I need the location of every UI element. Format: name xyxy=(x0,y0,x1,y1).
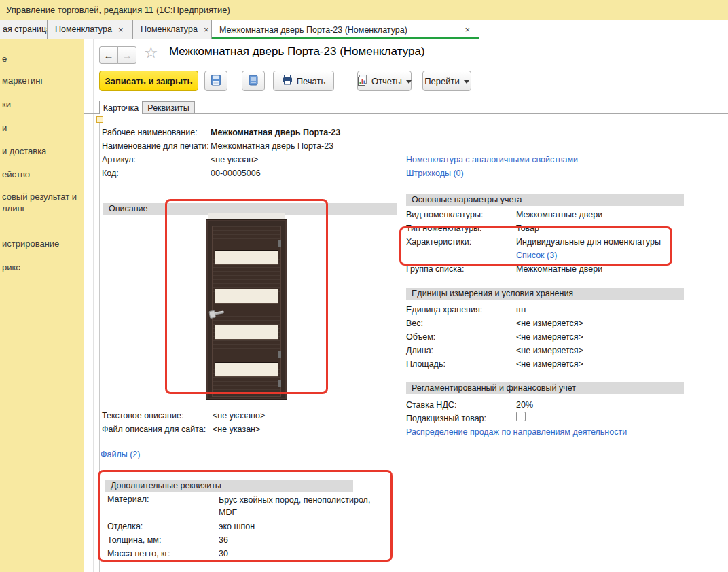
length-label: Длина: xyxy=(406,345,433,356)
favorite-star-icon[interactable]: ☆ xyxy=(144,43,158,62)
sidebar-item-administration[interactable]: истрирование xyxy=(2,238,59,249)
page-title: Межкомнатная дверь Порта-23 (Номенклатур… xyxy=(169,45,425,58)
finish-value: эко шпон xyxy=(219,521,255,532)
characteristics-label: Характеристики: xyxy=(406,236,471,247)
tab-label: Номенклатура xyxy=(141,24,198,34)
sidebar-item-bitrix[interactable]: рикс xyxy=(2,262,20,273)
length-value: <не измеряется> xyxy=(516,345,583,356)
door-hinge xyxy=(278,240,281,247)
thickness-label: Толщина, мм: xyxy=(107,535,161,546)
goto-label: Перейти xyxy=(424,76,460,86)
close-icon[interactable]: × xyxy=(204,25,209,34)
text-description-value: <не указано> xyxy=(213,410,265,421)
tab-card[interactable]: Карточка xyxy=(99,101,143,114)
form-panel-border-top xyxy=(99,120,728,120)
sidebar-nav: е маркетинг ки и и доставка ейство совый… xyxy=(0,39,84,572)
finish-label: Отделка: xyxy=(107,521,143,532)
goto-button[interactable]: Перейти xyxy=(422,71,471,91)
sidebar-divider xyxy=(93,39,94,572)
storage-unit-value: шт xyxy=(516,304,527,315)
print-label: Печать xyxy=(297,76,326,86)
section-header-additional: Дополнительные реквизиты xyxy=(105,480,353,492)
section-header-finance: Регламентированный и финансовый учет xyxy=(406,382,684,394)
vat-rate-value: 20% xyxy=(516,399,533,410)
save-close-button[interactable]: Записать и закрыть xyxy=(99,71,198,91)
show-in-list-button[interactable] xyxy=(242,71,265,91)
article-value: <не указан> xyxy=(211,154,258,165)
sales-distribution-link[interactable]: Распределение продаж по направлениям дея… xyxy=(406,427,627,437)
area-value: <не измеряется> xyxy=(516,359,583,370)
tab-nomenclature-1[interactable]: Номенклатура × xyxy=(48,20,133,39)
forward-arrow-icon: → xyxy=(122,50,132,61)
working-name-label: Рабочее наименование: xyxy=(102,127,198,138)
window-title: Управление торговлей, редакция 11 (1С:Пр… xyxy=(6,5,230,15)
door-glass-insert xyxy=(215,250,278,265)
section-header-units: Единицы измерения и условия хранения xyxy=(406,288,684,300)
tab-requisites-label: Реквизиты xyxy=(147,103,189,113)
characteristics-list-link[interactable]: Список (3) xyxy=(516,250,557,261)
storage-unit-label: Единица хранения: xyxy=(406,304,482,315)
barcodes-link[interactable]: Штрихкоды (0) xyxy=(406,168,464,179)
tab-nomenclature-2[interactable]: Номенклатура × xyxy=(133,20,212,39)
door-image xyxy=(206,219,287,400)
floppy-icon xyxy=(211,75,221,88)
weight-value: <не измеряется> xyxy=(516,318,583,329)
print-name-value: Межкомнатная дверь Порта-23 xyxy=(211,141,333,151)
sidebar-item-main[interactable]: е xyxy=(2,53,7,65)
door-hinge xyxy=(278,351,281,358)
similar-nomenclature-link[interactable]: Номенклатура с аналогичными свойствами xyxy=(406,154,578,165)
close-icon[interactable]: × xyxy=(118,25,124,34)
net-weight-value: 30 xyxy=(219,548,228,559)
tab-bar: ая страница Номенклатура × Номенклатура … xyxy=(0,20,728,39)
save-close-label: Записать и закрыть xyxy=(105,76,193,86)
tabstrip-border xyxy=(84,113,728,114)
excise-checkbox[interactable] xyxy=(516,412,526,421)
reports-button[interactable]: Отчеты xyxy=(357,71,412,91)
print-button[interactable]: Печать xyxy=(273,71,334,91)
nomenclature-type-value: Товар xyxy=(516,223,539,234)
dropdown-arrow-icon xyxy=(406,80,412,84)
excise-label: Подакцизный товар: xyxy=(406,413,486,424)
printer-icon xyxy=(282,75,293,87)
close-icon[interactable]: × xyxy=(465,25,470,34)
save-icon-button[interactable] xyxy=(204,71,228,91)
section-header-params: Основные параметры учета xyxy=(406,194,684,206)
form-panel-border-left xyxy=(99,120,100,572)
tab-card-label: Карточка xyxy=(103,103,139,113)
nomenclature-kind-value: Межкомнатные двери xyxy=(516,209,602,220)
photo-background xyxy=(208,213,285,219)
characteristics-value: Индивидуальные для номенклатуры xyxy=(516,236,661,247)
list-group-label: Группа списка: xyxy=(406,264,465,274)
sidebar-item-financial-result[interactable]: совый результат и ллинг xyxy=(2,191,79,214)
sidebar-item-treasury[interactable]: ейство xyxy=(2,168,30,180)
back-button[interactable]: ← xyxy=(99,46,118,64)
window-titlebar: Управление торговлей, редакция 11 (1С:Пр… xyxy=(0,0,728,20)
article-label: Артикул: xyxy=(102,154,136,165)
tab-label: ая страница xyxy=(3,24,48,34)
door-hinge xyxy=(278,380,281,387)
door-glass-insert xyxy=(215,362,278,377)
forward-button[interactable]: → xyxy=(117,46,136,64)
app-window: Управление торговлей, редакция 11 (1С:Пр… xyxy=(0,0,728,572)
tab-start-page[interactable]: ая страница xyxy=(0,20,48,39)
door-glass-insert xyxy=(215,325,278,340)
nomenclature-kind-label: Вид номенклатуры: xyxy=(406,209,483,220)
list-icon xyxy=(249,75,258,88)
site-file-label: Файл описания для сайта: xyxy=(102,424,206,435)
report-icon xyxy=(357,75,367,88)
form-splitter-grip[interactable] xyxy=(96,116,103,123)
sidebar-item-purchases[interactable]: ки xyxy=(2,99,11,110)
tab-requisites[interactable]: Реквизиты xyxy=(143,101,195,114)
dropdown-arrow-icon xyxy=(464,80,469,84)
tab-item-card[interactable]: Межкомнатная дверь Порта-23 (Номенклатур… xyxy=(212,20,479,39)
weight-label: Вес: xyxy=(406,318,423,329)
code-label: Код: xyxy=(102,168,119,179)
sidebar-item-sales[interactable]: и xyxy=(2,122,7,134)
sidebar-item-crm-marketing[interactable]: маркетинг xyxy=(2,75,43,86)
sidebar-item-warehouse[interactable]: и доставка xyxy=(2,145,46,157)
reports-label: Отчеты xyxy=(371,76,402,86)
list-group-value: Межкомнатные двери xyxy=(516,264,602,274)
files-link[interactable]: Файлы (2) xyxy=(101,449,140,460)
print-name-label: Наименование для печати: xyxy=(102,141,209,151)
item-photo[interactable] xyxy=(206,213,287,400)
